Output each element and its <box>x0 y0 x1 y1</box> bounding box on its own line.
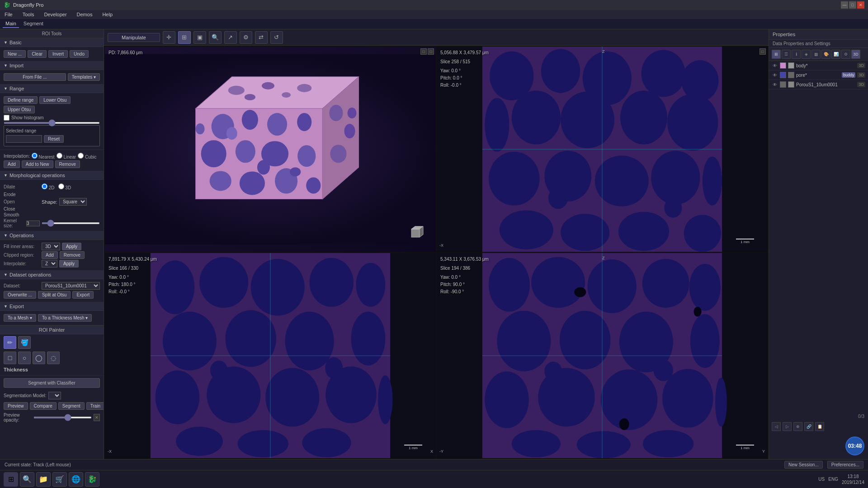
range-reset-button[interactable]: Reset <box>44 135 64 143</box>
taskbar-icon-app[interactable]: 🐉 <box>85 472 99 487</box>
dim-3d-radio[interactable] <box>58 183 64 189</box>
props-action-4[interactable]: 🔗 <box>804 422 813 431</box>
props-icon-list[interactable]: ☰ <box>782 50 791 59</box>
kernel-slider[interactable] <box>42 222 100 224</box>
apply-fill-button[interactable]: Apply <box>62 243 81 250</box>
viewport-3d[interactable]: PD: 7,866.60 μm □ □ <box>105 47 436 252</box>
upper-otsu-button[interactable]: Upper Otsu <box>4 106 35 113</box>
overwrite-button[interactable]: Overwrite ... <box>4 291 36 299</box>
tab-segment[interactable]: Segment <box>21 20 46 28</box>
linear-radio[interactable] <box>57 153 62 159</box>
maximize-button[interactable]: □ <box>849 1 856 9</box>
taskbar-icon-store[interactable]: 🛒 <box>52 472 67 487</box>
props-action-3[interactable]: ⊕ <box>793 422 802 431</box>
section-range-header[interactable]: ▼ Range <box>0 84 104 93</box>
tool-reset-button[interactable]: ↺ <box>270 31 283 44</box>
segment-classifier-button[interactable]: Segment with Classifier <box>4 378 100 388</box>
export-button[interactable]: Export <box>72 291 94 299</box>
viewport-bottom-right[interactable]: 5,343.11 X 3,676.53 μm Slice 194 / 386 Y… <box>437 253 768 459</box>
undo-button[interactable]: Undo <box>70 50 89 58</box>
view-3d-btn2[interactable]: □ <box>428 48 434 55</box>
painter-circle-button[interactable]: ○ <box>18 352 31 364</box>
new-session-button[interactable]: New Session... <box>784 461 823 469</box>
range-min-input[interactable] <box>6 135 42 143</box>
minimize-button[interactable]: — <box>841 1 848 9</box>
apply-interp-button[interactable]: Apply <box>59 260 79 267</box>
props-icon-settings[interactable]: ⚙ <box>841 50 850 59</box>
start-button[interactable]: ⊞ <box>4 472 18 487</box>
opacity-slider[interactable] <box>33 417 92 418</box>
section-basic-header[interactable]: ▼ Basic <box>0 38 104 47</box>
props-action-5[interactable]: 📋 <box>815 422 824 431</box>
range-slider[interactable] <box>4 122 100 124</box>
props-icon-3d[interactable]: 3D <box>851 50 860 59</box>
layer-item-body[interactable]: 👁 body* 3D <box>769 61 868 70</box>
tool-settings-button[interactable]: ⚙ <box>240 31 252 44</box>
nearest-radio[interactable] <box>32 153 38 159</box>
dim-2d-radio[interactable] <box>42 183 47 189</box>
menu-tools[interactable]: Tools <box>21 11 36 18</box>
to-thickness-mesh-button[interactable]: To a Thickness Mesh ▾ <box>38 314 92 322</box>
invert-button[interactable]: Invert <box>48 50 68 58</box>
props-icon-filter[interactable]: ▦ <box>811 50 821 59</box>
painter-square-button[interactable]: □ <box>4 352 16 364</box>
opacity-reset-icon[interactable]: ✕ <box>94 414 100 421</box>
viewport-bottom-left[interactable]: 7,891.79 X 5,430.24 μm Slice 166 / 330 Y… <box>105 253 436 459</box>
layer-porous-vis-button[interactable]: 👁 <box>772 81 778 88</box>
painter-pencil-button[interactable]: ✏ <box>4 336 16 349</box>
remove-button[interactable]: Remove <box>55 160 80 168</box>
props-action-1[interactable]: ◁ <box>772 422 781 431</box>
props-icon-render[interactable]: ◈ <box>802 50 811 59</box>
layer-pore-vis-button[interactable]: 👁 <box>772 72 778 78</box>
new-button[interactable]: New ... <box>4 50 26 58</box>
shape-select[interactable]: Square <box>59 198 87 206</box>
layer-body-vis-button[interactable]: 👁 <box>772 62 778 69</box>
fill-dim-select[interactable]: 3D <box>42 243 60 250</box>
tool-frame-button[interactable]: ▣ <box>193 31 206 44</box>
section-export-header[interactable]: ▼ Export <box>0 302 104 311</box>
painter-ellipse-button[interactable]: ◯ <box>33 352 45 364</box>
to-mesh-button[interactable]: To a Mesh ▾ <box>4 314 36 322</box>
close-button[interactable]: ✕ <box>857 1 864 9</box>
templates-button[interactable]: Templates ▾ <box>68 73 100 81</box>
menu-help[interactable]: Help <box>100 11 114 18</box>
interpolate-select[interactable]: Z <box>42 260 57 267</box>
dataset-select[interactable]: PorouS1_10um0001 <box>42 282 100 290</box>
section-morphological-header[interactable]: ▼ Morphological operations <box>0 171 104 180</box>
preview-button[interactable]: Preview <box>4 402 28 410</box>
tab-main[interactable]: Main <box>3 20 19 28</box>
view-tr-btn1[interactable]: □ <box>760 48 766 55</box>
layer-item-pore[interactable]: 👁 pore* buddy 3D <box>769 70 868 80</box>
add-clipped-button[interactable]: Add <box>42 251 58 259</box>
painter-freehand-button[interactable]: ◌ <box>47 352 60 364</box>
add-to-new-button[interactable]: Add to New <box>22 160 53 168</box>
layer-item-porous[interactable]: 👁 PorouS1_10um0001 3D <box>769 80 868 89</box>
tool-select-button[interactable]: ⊞ <box>178 31 191 44</box>
tool-rotate-button[interactable]: ↗ <box>224 31 237 44</box>
section-operations-header[interactable]: ▼ Operations <box>0 231 104 240</box>
section-import-header[interactable]: ▼ Import <box>0 61 104 70</box>
props-icon-color[interactable]: 🎨 <box>821 50 830 59</box>
remove-clipped-button[interactable]: Remove <box>60 251 85 259</box>
preferences-button[interactable]: Preferences... <box>827 461 863 469</box>
cubic-radio[interactable] <box>78 153 84 159</box>
segment-button[interactable]: Segment <box>58 402 85 410</box>
tool-move-button[interactable]: ✛ <box>163 31 175 44</box>
add-button[interactable]: Add <box>4 160 20 168</box>
segmentation-model-select[interactable] <box>48 392 61 399</box>
view-3d-btn1[interactable]: □ <box>420 48 427 55</box>
lower-otsu-button[interactable]: Lower Otsu <box>39 96 71 104</box>
menu-demos[interactable]: Demos <box>75 11 94 18</box>
clear-button[interactable]: Clear <box>28 50 47 58</box>
tool-zoom-button[interactable]: 🔍 <box>209 31 222 44</box>
kernel-size-input[interactable] <box>26 221 40 226</box>
train-button[interactable]: Train <box>86 402 104 410</box>
compare-button[interactable]: Compare <box>30 402 57 410</box>
painter-fill-button[interactable]: 🪣 <box>18 336 31 349</box>
props-action-2[interactable]: ▷ <box>783 422 792 431</box>
taskbar-icon-search[interactable]: 🔍 <box>20 472 34 487</box>
taskbar-icon-edge[interactable]: 🌐 <box>69 472 83 487</box>
section-dataset-header[interactable]: ▼ Dataset operations <box>0 271 104 279</box>
taskbar-icon-files[interactable]: 📁 <box>36 472 51 487</box>
menu-developer[interactable]: Developer <box>42 11 68 18</box>
